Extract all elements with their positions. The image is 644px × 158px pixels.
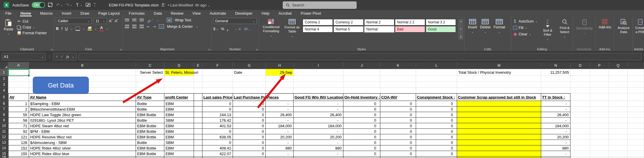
cell-C15[interactable]: EBM Bottle [136, 151, 164, 157]
cell-N7[interactable]: - [541, 107, 570, 112]
cell-I11[interactable]: - [294, 129, 343, 134]
tab-power-pivot[interactable]: Power Pivot [300, 11, 321, 16]
cell-E16[interactable] [194, 157, 202, 158]
cell-D3[interactable] [164, 82, 194, 87]
cell-E12[interactable] [194, 134, 202, 140]
autosave-toggle[interactable]: On [32, 2, 45, 8]
cell-I4[interactable] [294, 87, 343, 93]
cell-N5[interactable]: TT in Stock : [541, 93, 570, 101]
decrease-decimal-button[interactable]: .00→ [243, 27, 251, 31]
cell-B11[interactable]: $PM - EBM [29, 129, 136, 134]
cell-C10[interactable]: EBM Bottle [136, 123, 164, 129]
cell-L10[interactable]: 0 [416, 123, 457, 129]
cell-L15[interactable]: 0 [416, 151, 457, 157]
cell-B16[interactable] [29, 157, 136, 158]
style-normal-2[interactable]: Normal 2 [364, 19, 394, 25]
cell-Q2[interactable] [609, 76, 628, 82]
cell-Q10[interactable] [609, 123, 628, 129]
cell-I7[interactable]: - [294, 107, 343, 112]
cell-M4[interactable] [457, 87, 541, 93]
row-header-16[interactable]: 16 [0, 157, 8, 158]
cell-J9[interactable]: 0 [343, 118, 380, 123]
cell-H16[interactable] [266, 157, 294, 158]
cell-E3[interactable] [194, 82, 202, 87]
cell-D15[interactable]: EBM [164, 151, 194, 157]
cell-G16[interactable] [233, 157, 266, 158]
cell-B8[interactable]: HDPE Law Toggle 28oz green [29, 112, 136, 118]
conditional-formatting-button[interactable]: Conditional Formatting ⌄ [261, 18, 282, 46]
cell-J1[interactable] [343, 69, 380, 76]
row-header-1[interactable]: 1 [0, 69, 8, 76]
row-header-6[interactable]: 6 [0, 101, 8, 107]
bold-button[interactable]: B [56, 27, 59, 31]
cell-F8[interactable]: 244.13 [202, 112, 233, 118]
cell-R5[interactable] [628, 93, 644, 101]
cell-P16[interactable] [590, 157, 609, 158]
cell-B15[interactable]: HDPE Ridex 48oz blue [29, 151, 136, 157]
align-middle-button[interactable] [132, 18, 137, 22]
cell-P14[interactable] [590, 145, 609, 151]
cell-R16[interactable] [628, 157, 644, 158]
ink-icon[interactable] [86, 3, 91, 7]
cell-O5[interactable] [570, 93, 590, 101]
number-format-select[interactable]: General⌄ [213, 18, 257, 24]
cell-N10[interactable]: 184,000 [541, 123, 570, 129]
cell-M14[interactable] [457, 145, 541, 151]
shrink-font-button[interactable]: Aˇ [115, 19, 119, 23]
cell-L12[interactable]: 0 [416, 134, 457, 140]
cell-J15[interactable]: 0 [343, 151, 380, 157]
cell-J4[interactable] [343, 87, 380, 93]
dialog-launcher-icon[interactable]: ↘ [51, 48, 53, 51]
increase-decimal-button[interactable]: ←.0 [235, 27, 241, 31]
formula-input[interactable] [79, 53, 642, 60]
format-painter-button[interactable]: Format Painter [17, 31, 47, 35]
cell-H1[interactable]: 29-Sep [266, 69, 294, 76]
save-icon[interactable] [48, 3, 53, 7]
clear-button[interactable]: Clear⌄ [513, 32, 538, 36]
cell-O9[interactable] [570, 118, 590, 123]
style-normal-5[interactable]: Normal 5 [333, 26, 364, 32]
cell-Q8[interactable] [609, 112, 628, 118]
cell-A13[interactable]: 126 [8, 140, 29, 145]
cell-P5[interactable] [590, 93, 609, 101]
cell-R3[interactable] [628, 82, 644, 87]
create-pdf-button[interactable]: PDF Create a PDF [635, 18, 644, 46]
cell-E13[interactable] [194, 140, 202, 145]
row-header-9[interactable]: 9 [0, 118, 8, 123]
cell-H11[interactable]: - [266, 129, 294, 134]
cell-A5[interactable]: AV [8, 93, 29, 101]
style-normal[interactable]: Normal [364, 26, 394, 32]
cell-F12[interactable]: 638.05 [202, 134, 233, 140]
format-cells-button[interactable]: Format⌄ [493, 18, 505, 46]
cut-button[interactable]: ✂Cut [17, 19, 47, 23]
cell-C8[interactable]: EBM Bottle [136, 112, 164, 118]
cell-D7[interactable]: EBM [164, 107, 194, 112]
cell-O8[interactable] [570, 112, 590, 118]
cell-Q4[interactable] [609, 87, 628, 93]
column-header-E[interactable]: E [194, 62, 202, 69]
cell-D2[interactable] [164, 76, 194, 82]
cell-G6[interactable]: 0 [233, 101, 266, 107]
cell-M11[interactable] [457, 129, 541, 134]
cell-K1[interactable] [380, 69, 416, 76]
style-bad[interactable]: Bad [395, 26, 425, 32]
confirm-entry-button[interactable]: ✓ [61, 54, 64, 59]
cell-P6[interactable] [590, 101, 609, 107]
row-header-14[interactable]: 14 [0, 145, 8, 151]
row-header-2[interactable]: 2 [0, 76, 8, 82]
delete-cells-button[interactable]: Delete⌄ [480, 18, 490, 46]
cell-D13[interactable]: SBM [164, 140, 194, 145]
font-color-button[interactable]: A [99, 26, 103, 31]
tab-help[interactable]: Help [261, 11, 270, 16]
cell-P1[interactable] [590, 69, 609, 76]
cell-K15[interactable]: 0 [380, 151, 416, 157]
column-header-A[interactable]: A [8, 62, 29, 69]
column-header-M[interactable]: M [457, 62, 541, 69]
cell-O15[interactable] [570, 151, 590, 157]
cell-K5[interactable]: COA-INV [380, 93, 416, 101]
cell-D5[interactable]: profit Center [164, 93, 194, 101]
cell-L4[interactable] [416, 87, 457, 93]
cell-J13[interactable]: 0 [343, 140, 380, 145]
cell-A12[interactable]: 121 [8, 134, 29, 140]
comma-style-button[interactable]: , [227, 26, 228, 32]
